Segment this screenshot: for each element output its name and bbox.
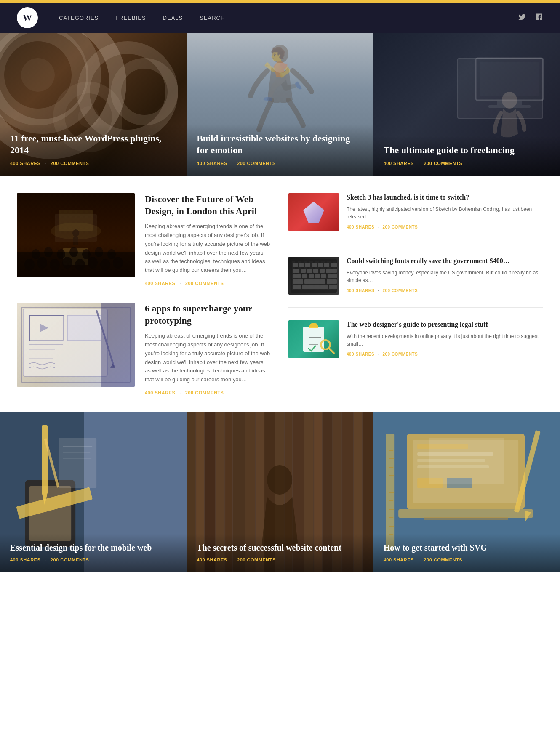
- hero-dot-3: ·: [418, 161, 420, 166]
- svg-rect-58: [315, 274, 320, 278]
- svg-rect-57: [309, 274, 314, 278]
- feat-shares-1: 400 SHARES: [10, 557, 40, 562]
- hero-item-3[interactable]: The ultimate guide to freelancing 400 SH…: [373, 33, 560, 176]
- svg-rect-45: [312, 263, 317, 267]
- person-jump-svg: [238, 37, 322, 138]
- hero-dot-2: ·: [232, 161, 233, 166]
- article-thumb-legal[interactable]: [288, 320, 339, 358]
- hero-item-2[interactable]: Build irresistible websites by designing…: [187, 33, 373, 176]
- small-comments-3: 200 COMMENTS: [382, 352, 418, 357]
- small-shares-1: 400 SHARES: [347, 225, 374, 229]
- svg-point-13: [37, 257, 47, 269]
- svg-rect-79: [59, 438, 96, 488]
- small-dot-3: ·: [378, 352, 379, 357]
- feat-dot-3: ·: [418, 557, 420, 562]
- site-logo[interactable]: W: [17, 7, 38, 28]
- svg-rect-61: [293, 279, 303, 284]
- article-small-excerpt-2: Everyone loves saving money, especially …: [347, 269, 543, 284]
- svg-rect-7: [497, 101, 522, 105]
- feature-item-3[interactable]: How to get started with SVG 400 SHARES ·…: [373, 412, 560, 572]
- article-excerpt-2: Keeping abreast of emerging trends is on…: [145, 332, 272, 384]
- feature-overlay-3: How to get started with SVG 400 SHARES ·…: [373, 534, 560, 572]
- svg-point-4: [272, 45, 288, 63]
- svg-point-14: [50, 259, 60, 271]
- nav-search[interactable]: SEARCH: [200, 15, 225, 21]
- main-content-section: Discover the Future of Web Design, in Lo…: [0, 176, 560, 412]
- svg-rect-112: [417, 478, 443, 488]
- article-meta-2: 400 SHARES · 200 COMMENTS: [145, 390, 272, 395]
- nav-freebies[interactable]: FREEBIES: [115, 15, 146, 21]
- site-header: W CATEGORIES FREEBIES DEALS SEARCH: [0, 3, 560, 33]
- svg-rect-51: [307, 269, 312, 273]
- svg-rect-60: [328, 274, 337, 278]
- feature-section: Essential design tips for the mobile web…: [0, 412, 560, 572]
- magnifier-svg: [319, 338, 336, 355]
- svg-rect-47: [324, 263, 329, 267]
- svg-rect-113: [447, 478, 472, 488]
- hero-overlay-3: The ultimate guide to freelancing 400 SH…: [373, 136, 560, 176]
- article-title-2[interactable]: 6 apps to supercharge your prototyping: [145, 303, 272, 327]
- svg-rect-110: [417, 459, 485, 462]
- svg-point-12: [24, 259, 35, 271]
- article-small-excerpt-1: The latest, highly anticipated version o…: [347, 205, 543, 221]
- svg-rect-44: [305, 263, 310, 267]
- feat-comments-1: 200 COMMENTS: [51, 557, 89, 562]
- svg-rect-46: [318, 263, 323, 267]
- article-legal: The web designer's guide to presenting l…: [288, 320, 543, 358]
- hero-item-1[interactable]: 11 free, must-have WordPress plugins, 20…: [0, 33, 187, 176]
- article-small-body-2: Could switching fonts really save the go…: [347, 257, 543, 293]
- svg-line-71: [329, 348, 334, 353]
- feat-comments-3: 200 COMMENTS: [424, 557, 462, 562]
- article-small-title-2[interactable]: Could switching fonts really save the go…: [347, 257, 543, 266]
- article-comments-2: 200 COMMENTS: [185, 390, 224, 395]
- svg-rect-63: [327, 279, 337, 284]
- svg-rect-52: [313, 269, 318, 273]
- svg-rect-49: [293, 269, 299, 273]
- small-shares-2: 400 SHARES: [347, 288, 374, 293]
- svg-rect-62: [304, 279, 325, 284]
- svg-point-16: [75, 259, 85, 271]
- article-title-1[interactable]: Discover the Future of Web Design, in Lo…: [145, 193, 272, 217]
- article-thumb-sketch[interactable]: [288, 193, 339, 231]
- svg-rect-56: [302, 274, 307, 278]
- feature-item-2[interactable]: The secrets of successful website conten…: [187, 412, 373, 572]
- hero-title-1: 11 free, must-have WordPress plugins, 20…: [10, 133, 176, 157]
- article-thumb-keyboard[interactable]: [288, 257, 339, 295]
- nav-categories[interactable]: CATEGORIES: [59, 15, 99, 21]
- svg-point-15: [62, 257, 72, 269]
- main-nav: CATEGORIES FREEBIES DEALS SEARCH: [59, 15, 518, 21]
- feature-title-3: How to get started with SVG: [384, 542, 550, 553]
- svg-rect-107: [413, 440, 518, 503]
- svg-rect-114: [398, 509, 533, 518]
- article-thumb-wireframe[interactable]: [17, 303, 135, 387]
- article-small-excerpt-3: With the recent developments in online p…: [347, 333, 543, 348]
- feat-comments-2: 200 COMMENTS: [237, 557, 276, 562]
- svg-rect-31: [29, 315, 63, 341]
- svg-point-9: [502, 92, 517, 109]
- article-thumb-conference[interactable]: [17, 193, 135, 277]
- article-small-title-1[interactable]: Sketch 3 has launched, is it time to swi…: [347, 193, 543, 202]
- left-articles: Discover the Future of Web Design, in Lo…: [17, 193, 272, 395]
- feat-dot-2: ·: [232, 557, 233, 562]
- twitter-icon[interactable]: [518, 13, 526, 23]
- facebook-icon[interactable]: [535, 13, 543, 23]
- feature-overlay-2: The secrets of successful website conten…: [187, 534, 373, 572]
- svg-point-1: [21, 58, 55, 92]
- article-small-title-3[interactable]: The web designer's guide to presenting l…: [347, 320, 543, 329]
- small-comments-2: 200 COMMENTS: [382, 288, 418, 293]
- svg-rect-109: [417, 452, 493, 456]
- nav-deals[interactable]: DEALS: [163, 15, 183, 21]
- svg-rect-53: [320, 269, 325, 273]
- hero-title-3: The ultimate guide to freelancing: [384, 144, 550, 157]
- svg-rect-66: [329, 285, 337, 289]
- svg-rect-8: [488, 105, 531, 108]
- svg-rect-48: [331, 263, 337, 267]
- feature-item-1[interactable]: Essential design tips for the mobile web…: [0, 412, 187, 572]
- hero-shares-3: 400 SHARES: [384, 161, 414, 166]
- logo-letter: W: [23, 12, 32, 23]
- article-dot-1: ·: [179, 281, 181, 286]
- hero-dot-1: ·: [45, 161, 46, 166]
- monitor-svg: [472, 54, 547, 113]
- feat-shares-3: 400 SHARES: [384, 557, 414, 562]
- svg-rect-108: [417, 444, 468, 449]
